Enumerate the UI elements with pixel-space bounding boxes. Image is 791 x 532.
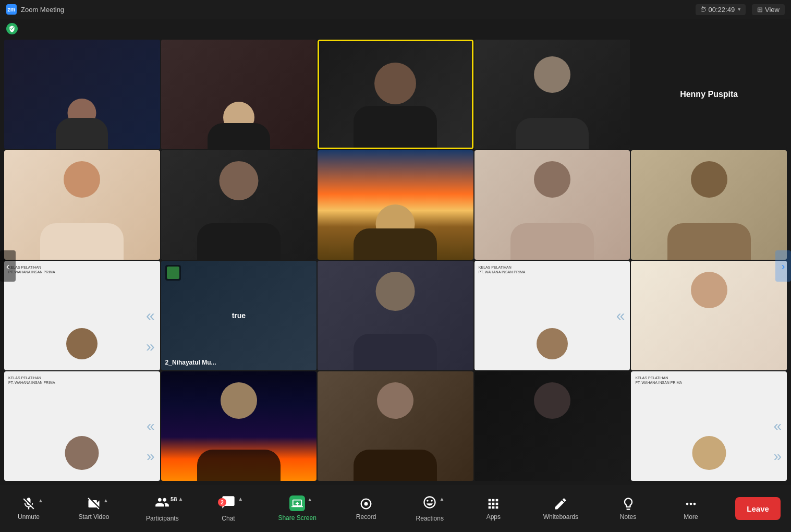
video-cell-7[interactable] [161,150,317,260]
unmute-button[interactable]: ▲ Unmute [10,488,47,529]
chat-button[interactable]: 2 ▲ Chat [210,488,247,529]
grid-icon: ⊞ [757,6,763,14]
record-label: Record [356,513,376,521]
window-title: Zoom Meeting [21,6,64,14]
video-cell-2[interactable] [161,40,317,149]
video-cell-20-kelas[interactable]: KELAS PELATIHANPT. WAHANA INSAN PRIMA « … [631,371,787,481]
security-badge[interactable] [6,23,18,34]
apps-button[interactable]: Apps [475,488,512,529]
henny-puspita-name: Henny Puspita [680,90,738,99]
video-cell-13[interactable] [318,261,473,370]
nav-arrow-right[interactable]: › [775,250,791,282]
toolbar: ▲ Unmute ▲ Start Video 58 ▲ Participants [0,485,791,532]
chat-badge: 2 [218,498,226,506]
timer-chevron: ▼ [737,7,741,12]
video-cell-17-night[interactable] [161,371,317,481]
video-cell-6[interactable] [4,150,160,260]
unmute-chevron: ▲ [38,498,43,503]
meeting-timer: ⏱ 00:22:49 ▼ [696,4,746,15]
chevron-right-icon: › [782,260,785,272]
share-screen-chevron: ▲ [307,497,312,502]
nihayatul-name: true [232,311,246,320]
notes-label: Notes [620,513,636,521]
more-icon [684,497,698,511]
video-cell-12-nihayatul[interactable]: true 2_Nihayatul Mu... [161,261,317,370]
view-button[interactable]: ⊞ View [752,4,785,15]
microphone-muted-icon [21,497,36,511]
nav-arrow-left[interactable]: ‹ [0,250,16,282]
video-cell-5-henny[interactable]: Henny Puspita [631,40,787,149]
more-button[interactable]: More [673,488,709,529]
video-cell-19[interactable] [474,371,630,481]
participants-label: Participants [146,515,179,522]
video-cell-16-kelas[interactable]: KELAS PELATIHANPT. WAHANA INSAN PRIMA « … [4,371,160,481]
start-video-button[interactable]: ▲ Start Video [73,488,114,529]
record-icon [359,497,373,511]
share-screen-icon [291,498,303,509]
leave-button[interactable]: Leave [735,497,781,520]
video-off-icon [87,497,101,511]
participants-icon [155,495,169,510]
shield-icon [8,25,16,32]
unmute-label: Unmute [18,513,40,521]
video-cell-9[interactable] [474,150,630,260]
chat-chevron: ▲ [238,496,243,502]
chevron-left-icon: ‹ [6,260,10,272]
reactions-label: Reactions [416,515,444,522]
share-screen-button[interactable]: ▲ Share Screen [273,488,321,529]
video-chevron: ▲ [103,498,108,503]
whiteboards-label: Whiteboards [543,513,578,521]
reactions-button[interactable]: ▲ Reactions [411,488,449,529]
apps-label: Apps [486,513,501,521]
participants-chevron: ▲ [178,496,183,502]
timer-icon: ⏱ [700,6,707,14]
apps-icon [486,497,501,511]
notes-icon [621,497,636,511]
reactions-icon [422,495,437,510]
notes-button[interactable]: Notes [610,488,647,529]
zoom-logo: zm [6,4,17,15]
participants-count: 58 [171,496,177,502]
video-cell-4[interactable] [474,40,630,149]
video-cell-3-active[interactable] [318,40,473,149]
start-video-label: Start Video [78,513,109,521]
video-cell-10[interactable] [631,150,787,260]
chat-label: Chat [222,515,235,522]
video-cell-14-kelas[interactable]: KELAS PELATIHANPT. WAHANA INSAN PRIMA « [474,261,630,370]
svg-point-1 [364,502,368,506]
video-cell-11-kelas[interactable]: KELAS PELATIHANPT. WAHANA INSAN PRIMA « … [4,261,160,370]
reactions-chevron: ▲ [439,496,444,502]
whiteboards-icon [553,497,568,511]
video-grid: LAP - MPSDMSelamat datang dalam assessme… [0,19,791,485]
share-screen-label: Share Screen [278,514,316,522]
whiteboards-button[interactable]: Whiteboards [538,488,583,529]
video-cell-8-bridge[interactable] [318,150,473,260]
participants-button[interactable]: 58 ▲ Participants [141,488,184,529]
video-cell-18[interactable] [318,371,473,481]
video-cell-1[interactable]: LAP - MPSDMSelamat datang dalam assessme… [4,40,160,149]
more-label: More [684,513,698,521]
video-cell-15[interactable] [631,261,787,370]
record-button[interactable]: Record [348,488,384,529]
title-bar: zm Zoom Meeting ⏱ 00:22:49 ▼ ⊞ View [0,0,791,19]
